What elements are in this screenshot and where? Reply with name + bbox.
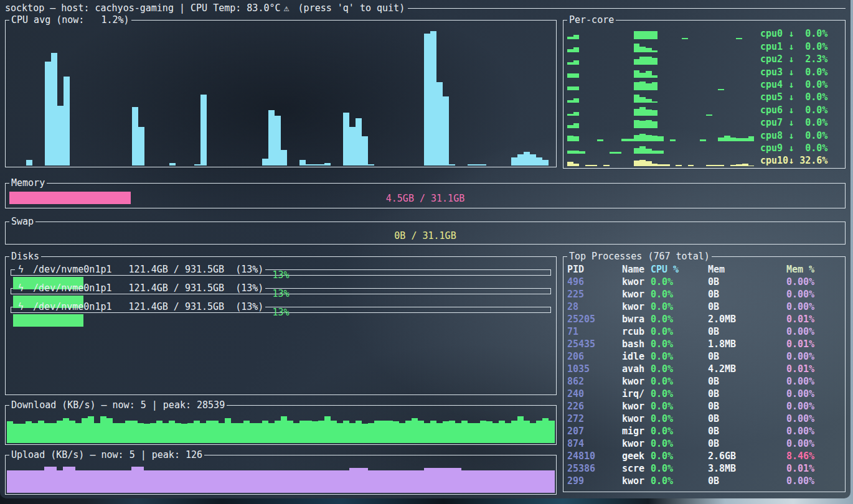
process-mem: 0B [708, 388, 786, 400]
process-name: kwor [622, 437, 651, 450]
process-cpu: 0.0% [651, 363, 708, 375]
chart-bar [664, 164, 670, 166]
chart-bar [175, 470, 181, 493]
chart-bar [436, 468, 443, 493]
disks-title: Disks [11, 251, 39, 261]
border-corner [563, 256, 567, 262]
core-row: cpu4 ↓ 0.0% [567, 78, 842, 91]
border-corner [841, 183, 846, 189]
chart-bar [26, 421, 32, 443]
process-pid: 71 [567, 325, 622, 338]
chart-bar [730, 165, 737, 166]
core-spark-chart [567, 29, 760, 39]
core-label: cpu6 ↓ 0.0% [760, 105, 842, 116]
chart-bar [231, 470, 237, 493]
process-mem-percent: 0.01% [786, 462, 841, 475]
process-mem: 0B [708, 276, 786, 288]
chart-bar [634, 109, 640, 116]
chart-bar [646, 120, 652, 129]
process-mem-percent: 0.01% [786, 313, 841, 325]
core-spark-chart [567, 42, 760, 52]
chart-bar [742, 164, 748, 166]
chart-bar [243, 470, 250, 493]
chart-bar [492, 423, 499, 443]
per-core-panel: Per-core cpu0 ↓ 0.0%cpu1 ↓ 0.0%cpu2 ↓ 2.… [563, 16, 846, 167]
process-cpu: 0.0% [651, 313, 708, 325]
chart-bar [718, 89, 724, 90]
chart-bar [299, 160, 306, 166]
chart-bar [125, 421, 131, 443]
process-pid: 225 [567, 288, 622, 301]
chart-bar [461, 470, 468, 493]
chart-bar [742, 138, 748, 141]
chart-bar [646, 135, 652, 141]
chart-bar [169, 163, 176, 166]
process-mem-percent: 0.00% [786, 325, 841, 338]
disk-usage-row: 13% [11, 294, 551, 294]
per-core-title: Per-core [569, 15, 614, 25]
chart-bar [676, 165, 682, 166]
chart-bar [639, 121, 646, 128]
chart-bar [132, 107, 138, 166]
core-row: cpu8 ↓ 0.0% [567, 129, 842, 141]
process-cpu: 0.0% [651, 475, 708, 487]
chart-bar [724, 136, 730, 141]
border-corner [5, 405, 9, 411]
chart-bar [634, 70, 640, 78]
upload-history-chart [7, 462, 555, 493]
process-name: kwor [622, 288, 651, 301]
process-pid: 874 [567, 437, 622, 450]
core-label: cpu5 ↓ 0.0% [760, 91, 842, 103]
chart-bar [418, 421, 424, 443]
chart-bar [237, 423, 243, 443]
chart-bar [100, 470, 106, 493]
core-spark-chart [567, 118, 760, 128]
chart-bar [131, 421, 138, 443]
chart-bar [646, 149, 652, 154]
swap-panel: Swap 0B / 31.1GB [5, 217, 846, 245]
chart-bar [670, 139, 676, 141]
chart-bar [542, 160, 549, 166]
chart-bar [530, 154, 536, 166]
chart-bar [225, 418, 231, 443]
disk-title-text: /dev/nvme0n1p1 121.4GB / 931.5GB (13%) [27, 301, 263, 312]
chart-bar [82, 470, 88, 493]
process-pid: 862 [567, 375, 622, 388]
disk-title-text: /dev/nvme0n1p1 121.4GB / 931.5GB (13%) [27, 282, 263, 294]
border-corner [547, 307, 551, 312]
process-mem: 2.6GB [708, 450, 786, 462]
chart-bar [312, 470, 318, 493]
lightning-icon: ϟ [18, 282, 24, 294]
chart-bar [610, 152, 616, 154]
chart-bar [19, 470, 26, 493]
chart-bar [181, 424, 187, 443]
process-cpu: 0.0% [651, 400, 708, 413]
chart-bar [700, 139, 706, 141]
chart-bar [343, 113, 349, 166]
process-mem: 2.0MB [708, 313, 786, 325]
chart-bar [652, 110, 658, 116]
chart-bar [337, 423, 343, 443]
process-cpu: 0.0% [651, 338, 708, 350]
chart-bar [106, 470, 113, 493]
chart-bar [443, 421, 449, 443]
column-header: Mem % [786, 263, 841, 276]
chart-bar [343, 421, 349, 443]
border-corner [5, 256, 9, 262]
chart-bar [652, 151, 658, 153]
process-name: rcub [622, 325, 651, 338]
chart-bar [405, 470, 412, 493]
chart-bar [657, 164, 664, 167]
chart-bar [455, 468, 461, 493]
border-corner [552, 455, 557, 460]
chart-bar [536, 157, 542, 166]
chart-bar [585, 165, 591, 166]
chart-bar [324, 416, 331, 443]
disk-title-text: /dev/nvme0n1p1 121.4GB / 931.5GB (13%) [27, 264, 263, 275]
chart-bar [646, 161, 652, 166]
chart-bar [542, 470, 549, 493]
chart-bar [7, 421, 13, 443]
chart-bar [63, 418, 69, 443]
chart-bar [318, 421, 324, 443]
top-processes-title: Top Processes (767 total) [569, 251, 710, 261]
